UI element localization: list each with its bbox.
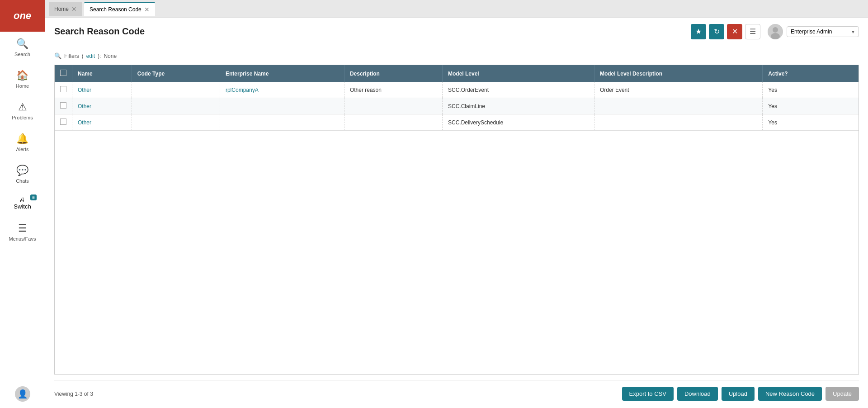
- filter-icon: 🔍: [54, 52, 61, 59]
- row-3-model-level: SCC.DeliverySchedule: [443, 114, 594, 131]
- filter-edit-link[interactable]: edit: [86, 53, 95, 59]
- row-2-description: [344, 98, 442, 114]
- row-1-active: Yes: [763, 82, 833, 98]
- row-3-actions: [833, 114, 859, 131]
- select-all-checkbox[interactable]: [60, 70, 66, 76]
- update-button[interactable]: Update: [826, 387, 859, 401]
- user-avatar: 👤: [15, 386, 30, 402]
- export-csv-button[interactable]: Export to CSV: [622, 387, 674, 401]
- menu-icon: ☰: [18, 223, 27, 234]
- sidebar-label-chats: Chats: [16, 178, 29, 184]
- results-table: Name Code Type Enterprise Name Descripti…: [55, 65, 859, 131]
- sidebar: one 🔍 Search 🏠 Home ⚠ Problems 🔔 Alerts …: [0, 0, 45, 408]
- user-role-select[interactable]: Enterprise Admin: [787, 26, 859, 37]
- user-section: Enterprise Admin: [768, 24, 859, 39]
- col-description: Description: [344, 65, 442, 82]
- row-2-model-level-desc: [594, 98, 762, 114]
- table-row: Other SCC.DeliverySchedule Yes: [55, 114, 859, 131]
- refresh-button[interactable]: ↻: [709, 24, 724, 39]
- tab-home-close[interactable]: ✕: [71, 5, 77, 13]
- row-2-name-link[interactable]: Other: [78, 103, 91, 109]
- action-buttons: Export to CSV Download Upload New Reason…: [622, 387, 859, 401]
- home-icon: 🏠: [16, 70, 28, 81]
- sidebar-item-search[interactable]: 🔍 Search: [0, 32, 45, 63]
- warning-icon: ⚠: [18, 101, 27, 113]
- row-1-check[interactable]: [60, 86, 66, 92]
- sidebar-item-problems[interactable]: ⚠ Problems: [0, 95, 45, 127]
- row-2-checkbox[interactable]: [55, 98, 72, 114]
- row-1-enterprise-link[interactable]: rplCompanyA: [226, 87, 259, 93]
- main-area: Home ✕ Search Reason Code ✕ Search Reaso…: [45, 0, 868, 408]
- row-3-checkbox[interactable]: [55, 114, 72, 131]
- col-checkbox[interactable]: [55, 65, 72, 82]
- col-model-level-desc: Model Level Description: [594, 65, 762, 82]
- upload-button[interactable]: Upload: [722, 387, 755, 401]
- tab-home[interactable]: Home ✕: [49, 2, 82, 16]
- sidebar-item-switch[interactable]: ≡ 🖨 Switch: [0, 190, 45, 216]
- row-3-enterprise: [220, 114, 344, 131]
- user-role-wrapper[interactable]: Enterprise Admin: [787, 26, 859, 37]
- sidebar-label-switch: Switch: [14, 203, 31, 210]
- favorite-button[interactable]: ★: [691, 24, 706, 39]
- row-2-code-type: [132, 98, 220, 114]
- row-1-enterprise: rplCompanyA: [220, 82, 344, 98]
- sidebar-label-search: Search: [14, 52, 30, 57]
- filter-close-paren: ):: [98, 53, 101, 59]
- row-2-check[interactable]: [60, 102, 66, 109]
- search-icon: 🔍: [16, 38, 28, 50]
- tab-search-reason-label: Search Reason Code: [90, 6, 142, 13]
- row-1-name: Other: [72, 82, 132, 98]
- row-3-description: [344, 114, 442, 131]
- col-enterprise-name: Enterprise Name: [220, 65, 344, 82]
- table-row: Other rplCompanyA Other reason SCC.Order…: [55, 82, 859, 98]
- close-page-button[interactable]: ✕: [727, 24, 742, 39]
- sidebar-label-problems: Problems: [12, 115, 33, 120]
- row-1-code-type: [132, 82, 220, 98]
- tab-search-reason[interactable]: Search Reason Code ✕: [84, 2, 155, 16]
- col-actions: [833, 65, 859, 82]
- table-body: Other rplCompanyA Other reason SCC.Order…: [55, 82, 859, 131]
- tab-bar: Home ✕ Search Reason Code ✕: [45, 0, 868, 18]
- app-logo[interactable]: one: [0, 0, 45, 32]
- content-area: 🔍 Filters ( edit ): None Name Code Type …: [45, 45, 868, 408]
- row-1-checkbox[interactable]: [55, 82, 72, 98]
- tab-search-reason-close[interactable]: ✕: [144, 6, 150, 13]
- viewing-text: Viewing 1-3 of 3: [54, 391, 93, 397]
- filter-label: Filters: [64, 53, 79, 59]
- filter-bar: 🔍 Filters ( edit ): None: [54, 52, 859, 59]
- row-1-model-level: SCC.OrderEvent: [443, 82, 594, 98]
- row-3-active: Yes: [763, 114, 833, 131]
- filter-open-paren: (: [82, 53, 84, 59]
- bell-icon: 🔔: [16, 133, 28, 145]
- tab-home-label: Home: [54, 6, 69, 12]
- header-actions: ★ ↻ ✕ ☰: [691, 24, 760, 39]
- row-2-actions: [833, 98, 859, 114]
- row-1-description: Other reason: [344, 82, 442, 98]
- new-reason-code-button[interactable]: New Reason Code: [758, 387, 822, 401]
- sidebar-item-menus[interactable]: ☰ Menus/Favs: [0, 216, 45, 248]
- col-code-type: Code Type: [132, 65, 220, 82]
- sidebar-item-home[interactable]: 🏠 Home: [0, 63, 45, 95]
- sidebar-item-alerts[interactable]: 🔔 Alerts: [0, 127, 45, 158]
- switch-icon: 🖨: [19, 196, 25, 203]
- switch-badge: ≡: [30, 195, 37, 200]
- sidebar-item-chats[interactable]: 💬 Chats: [0, 158, 45, 190]
- results-table-wrapper: Name Code Type Enterprise Name Descripti…: [54, 65, 859, 375]
- row-2-enterprise: [220, 98, 344, 114]
- row-3-name: Other: [72, 114, 132, 131]
- row-3-code-type: [132, 114, 220, 131]
- footer-bar: Viewing 1-3 of 3 Export to CSV Download …: [54, 380, 859, 401]
- row-3-name-link[interactable]: Other: [78, 119, 91, 126]
- sidebar-label-alerts: Alerts: [16, 147, 28, 152]
- row-3-model-level-desc: [594, 114, 762, 131]
- col-model-level: Model Level: [443, 65, 594, 82]
- svg-point-2: [771, 33, 780, 39]
- row-2-model-level: SCC.ClaimLine: [443, 98, 594, 114]
- sidebar-item-avatar[interactable]: 👤: [11, 380, 34, 408]
- row-1-name-link[interactable]: Other: [78, 87, 91, 93]
- menu-button[interactable]: ☰: [745, 24, 760, 39]
- row-3-check[interactable]: [60, 119, 66, 125]
- sidebar-label-menus: Menus/Favs: [9, 236, 36, 242]
- download-button[interactable]: Download: [677, 387, 718, 401]
- col-active: Active?: [763, 65, 833, 82]
